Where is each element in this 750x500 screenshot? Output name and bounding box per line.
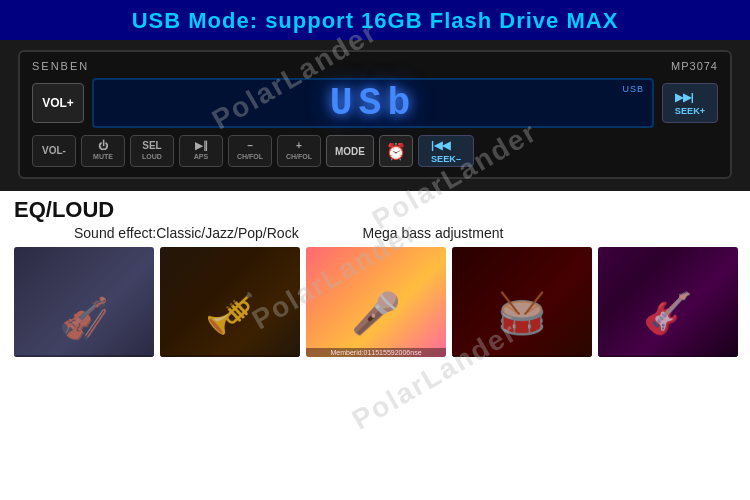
device-main-row: VOL+ USb USB ▶▶|SEEK+ [32,78,718,128]
member-overlay-1 [14,355,154,357]
member-overlay-3: Memberid:011515592006nse [306,348,446,357]
bass-image [598,247,738,357]
seek-minus-button[interactable]: |◀◀SEEK– [418,135,474,167]
ch-minus-button[interactable]: – CH/FOL [228,135,272,167]
aps-play-icon: ▶‖ [195,140,208,152]
rock-image [452,247,592,357]
seek-minus-label: |◀◀SEEK– [431,139,461,164]
mega-bass-text: Mega bass adjustment [363,225,504,241]
eq-subtitle-text: Sound effect:Classic/Jazz/Pop/Rock [74,225,299,241]
display-area: USb USB [92,78,654,128]
brand-name: SENBEN [32,60,89,72]
pop-image: Memberid:011515592006nse [306,247,446,357]
ch-plus-button[interactable]: + CH/FOL [277,135,321,167]
aps-label: APS [194,153,208,161]
vol-minus-button[interactable]: VOL- [32,135,76,167]
classic-image [14,247,154,357]
sel-loud-button[interactable]: SEL LOUD [130,135,174,167]
header-title: USB Mode: support 16GB Flash Drive MAX [12,8,738,34]
ch-minus-label: CH/FOL [237,153,263,161]
loud-label: LOUD [142,153,162,161]
vol-minus-label: VOL- [42,145,66,157]
seek-plus-label: ▶▶|SEEK+ [675,91,705,116]
device-bottom-row: VOL- ⏻ MUTE SEL LOUD ▶‖ APS – CH/FOL [32,135,718,167]
mute-icon: ⏻ [98,140,108,152]
mute-label: MUTE [93,153,113,161]
mute-button[interactable]: ⏻ MUTE [81,135,125,167]
eq-section: EQ/LOUD Sound effect:Classic/Jazz/Pop/Ro… [0,191,750,361]
ch-minus-icon: – [247,140,253,152]
genre-images-row: Memberid:011515592006nse [14,247,736,357]
device-section: SENBEN MP3074 VOL+ USb USB ▶▶|SEEK+ VOL- [0,40,750,191]
display-text: USb [330,82,416,125]
eq-subtitle: Sound effect:Classic/Jazz/Pop/Rock Mega … [14,225,736,241]
mode-button[interactable]: MODE [326,135,374,167]
clock-button[interactable]: ⏰ [379,135,413,167]
member-overlay-2 [160,355,300,357]
vol-col: VOL+ [32,83,84,123]
sel-label: SEL [142,140,161,152]
usb-icon: USB [622,84,644,94]
member-overlay-5 [598,355,738,357]
ch-plus-label: CH/FOL [286,153,312,161]
header: USB Mode: support 16GB Flash Drive MAX [0,0,750,40]
member-overlay-4 [452,355,592,357]
vol-plus-button[interactable]: VOL+ [32,83,84,123]
device-body: SENBEN MP3074 VOL+ USb USB ▶▶|SEEK+ VOL- [18,50,732,179]
model-name: MP3074 [671,60,718,72]
seek-plus-button[interactable]: ▶▶|SEEK+ [662,83,718,123]
aps-button[interactable]: ▶‖ APS [179,135,223,167]
device-top-bar: SENBEN MP3074 [32,60,718,72]
ch-plus-icon: + [296,140,302,152]
jazz-image [160,247,300,357]
eq-title: EQ/LOUD [14,197,736,223]
